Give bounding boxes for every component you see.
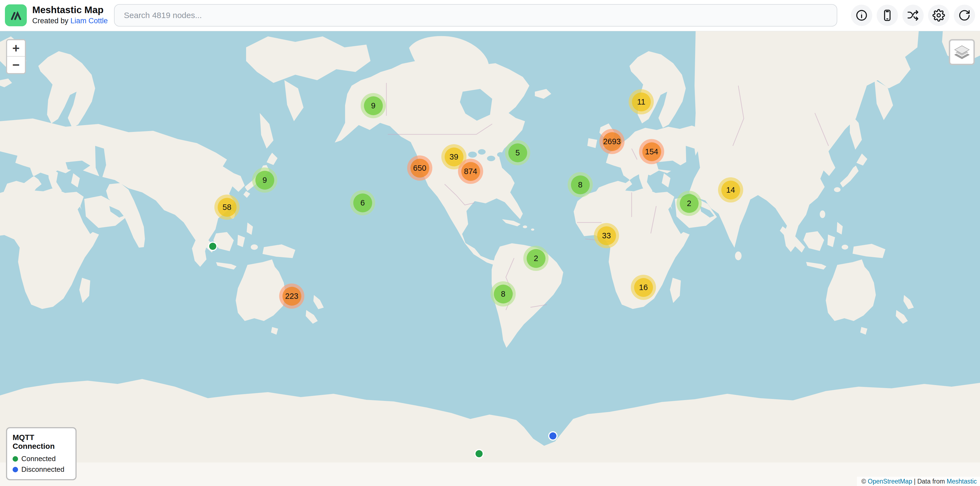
author-link[interactable]: Liam Cottle xyxy=(70,17,108,25)
copyright-text: © xyxy=(861,478,868,485)
title-block: Meshtastic Map Created by Liam Cottle xyxy=(32,4,108,26)
cluster-marker[interactable]: 154 xyxy=(639,139,664,164)
legend-label: Connected xyxy=(21,454,56,463)
zoom-control: + − xyxy=(6,39,26,74)
cluster-marker[interactable]: 16 xyxy=(631,275,656,300)
cluster-marker[interactable]: 223 xyxy=(279,284,304,309)
cluster-marker[interactable]: 874 xyxy=(458,159,483,184)
cluster-marker[interactable]: 2693 xyxy=(600,129,625,154)
cluster-marker[interactable]: 6 xyxy=(350,190,375,215)
toolbar xyxy=(851,5,975,26)
gear-icon xyxy=(932,9,945,22)
cluster-marker[interactable]: 9 xyxy=(361,93,386,118)
connected-dot-icon xyxy=(13,456,18,462)
smartphone-icon xyxy=(881,9,894,22)
cluster-marker[interactable]: 2 xyxy=(523,246,549,271)
map-canvas[interactable] xyxy=(0,31,980,486)
map-attribution: © OpenStreetMap | Data from Meshtastic xyxy=(857,477,980,486)
openstreetmap-link[interactable]: OpenStreetMap xyxy=(868,478,912,485)
settings-button[interactable] xyxy=(928,5,950,26)
info-button[interactable] xyxy=(851,5,872,26)
byline: Created by Liam Cottle xyxy=(32,16,108,26)
cluster-marker[interactable]: 8 xyxy=(490,281,516,306)
info-icon xyxy=(855,9,868,22)
attribution-separator: | Data from xyxy=(912,478,947,485)
cluster-marker[interactable]: 33 xyxy=(594,223,619,248)
cluster-marker[interactable]: 58 xyxy=(215,194,240,220)
cluster-marker[interactable]: 8 xyxy=(568,172,593,197)
page-title: Meshtastic Map xyxy=(32,4,108,16)
legend-row-connected: Connected xyxy=(13,454,70,463)
app-header: Meshtastic Map Created by Liam Cottle xyxy=(0,0,980,31)
layers-icon xyxy=(953,43,971,61)
cluster-marker[interactable]: 650 xyxy=(407,155,432,181)
meshtastic-logo-icon xyxy=(5,5,27,26)
search-input[interactable] xyxy=(114,4,837,27)
zoom-out-button[interactable]: − xyxy=(7,57,25,73)
cluster-marker[interactable]: 2 xyxy=(676,191,702,216)
cluster-marker[interactable]: 5 xyxy=(505,140,530,165)
node-dot-disconnected[interactable] xyxy=(548,431,558,441)
byline-prefix: Created by xyxy=(32,17,70,25)
node-dot-connected[interactable] xyxy=(208,242,217,251)
meshtastic-link[interactable]: Meshtastic xyxy=(947,478,977,485)
shuffle-icon xyxy=(907,9,919,22)
zoom-in-button[interactable]: + xyxy=(7,40,25,57)
cluster-marker[interactable]: 11 xyxy=(628,89,654,115)
layers-button[interactable] xyxy=(949,39,975,65)
cluster-marker[interactable]: 9 xyxy=(252,167,277,193)
node-dot-connected[interactable] xyxy=(474,449,484,458)
cluster-marker[interactable]: 14 xyxy=(718,177,743,202)
random-node-button[interactable] xyxy=(902,5,924,26)
mobile-app-button[interactable] xyxy=(877,5,898,26)
world-map xyxy=(0,31,980,486)
refresh-button[interactable] xyxy=(954,5,975,26)
mqtt-legend: MQTT Connection Connected Disconnected xyxy=(6,427,76,480)
legend-title: MQTT Connection xyxy=(13,433,70,451)
legend-row-disconnected: Disconnected xyxy=(13,465,70,474)
legend-label: Disconnected xyxy=(21,465,65,474)
disconnected-dot-icon xyxy=(13,467,18,472)
refresh-icon xyxy=(958,9,971,22)
